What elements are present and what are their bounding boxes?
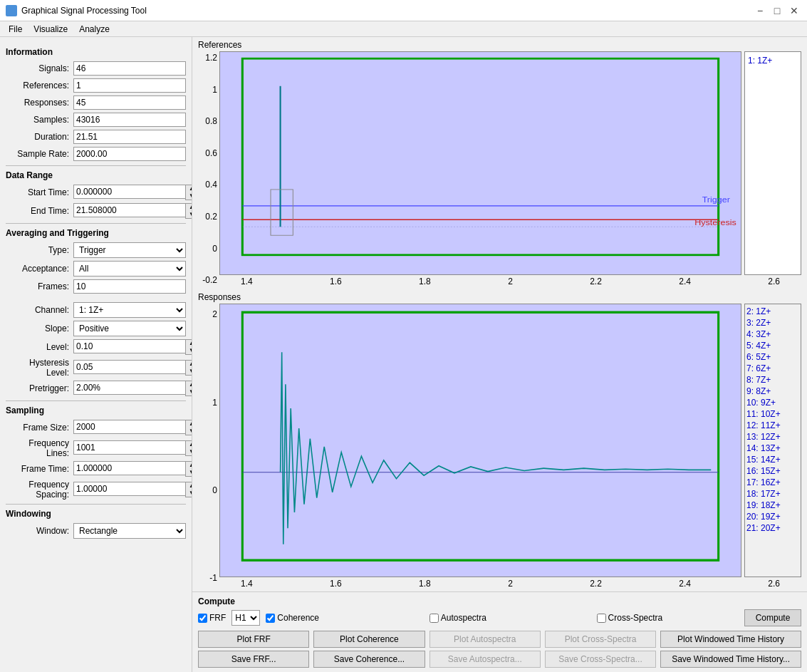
legend-item-18[interactable]: 18: 17Z+: [746, 488, 799, 500]
freq-spacing-arrows: ▲ ▼: [185, 482, 192, 497]
legend-item-21[interactable]: 21: 20Z+: [746, 522, 799, 534]
responses-input[interactable]: [73, 95, 186, 110]
frames-input[interactable]: [73, 279, 186, 294]
save-coherence-button[interactable]: Save Coherence...: [313, 651, 425, 668]
responses-label: Responses:: [6, 98, 73, 108]
pretrigger-arrows: ▲ ▼: [185, 381, 192, 396]
hysteresis-level-up[interactable]: ▲: [186, 361, 192, 368]
frame-time-up[interactable]: ▲: [186, 462, 192, 469]
samples-label: Samples:: [6, 115, 73, 125]
frame-size-up[interactable]: ▲: [186, 420, 192, 428]
acceptance-label: Acceptance:: [6, 264, 73, 274]
freq-spacing-input[interactable]: [73, 482, 185, 496]
legend-item-16[interactable]: 16: 15Z+: [746, 465, 799, 477]
freq-spacing-up[interactable]: ▲: [186, 482, 192, 490]
duration-input[interactable]: [73, 130, 186, 144]
start-time-label: Start Time:: [6, 187, 73, 197]
signals-input[interactable]: [73, 61, 186, 76]
legend-item-9[interactable]: 9: 8Z+: [746, 386, 799, 397]
freq-lines-input[interactable]: [73, 440, 185, 455]
menu-file[interactable]: File: [3, 21, 28, 36]
legend-item-15[interactable]: 15: 14Z+: [746, 454, 799, 465]
hysteresis-level-input[interactable]: [73, 360, 185, 374]
plot-frf-button[interactable]: Plot FRF: [198, 631, 309, 648]
legend-item-13[interactable]: 13: 12Z+: [746, 431, 799, 443]
references-y-axis: 1.2 1 0.8 0.6 0.4 0.2 0 -0.2: [198, 51, 219, 286]
level-up[interactable]: ▲: [186, 340, 192, 347]
menu-analyze[interactable]: Analyze: [73, 21, 115, 36]
frame-size-down[interactable]: ▼: [186, 428, 192, 435]
frf-checkbox[interactable]: [198, 614, 207, 623]
legend-item-10[interactable]: 10: 9Z+: [746, 397, 799, 408]
references-legend: 1: 1Z+: [744, 51, 801, 275]
start-time-up[interactable]: ▲: [186, 185, 192, 192]
legend-item-8[interactable]: 8: 7Z+: [746, 374, 799, 386]
data-range-section-header: Data Range: [6, 170, 186, 180]
right-content: References 1.2 1 0.8 0.6 0.4 0.2 0 -0.2: [192, 37, 807, 672]
references-plot-label: References: [198, 40, 801, 50]
level-down[interactable]: ▼: [186, 347, 192, 354]
pretrigger-up[interactable]: ▲: [186, 381, 192, 388]
legend-item-14[interactable]: 14: 13Z+: [746, 443, 799, 454]
legend-item-4[interactable]: 4: 3Z+: [746, 329, 799, 340]
slope-select[interactable]: Positive: [73, 321, 186, 336]
coherence-checkbox-item: Coherence: [266, 613, 319, 623]
plot-coherence-button[interactable]: Plot Coherence: [313, 631, 425, 648]
channel-select[interactable]: 1: 1Z+: [73, 302, 186, 318]
start-time-input[interactable]: [73, 185, 185, 199]
autospectra-checkbox[interactable]: [429, 614, 439, 623]
legend-item-12[interactable]: 12: 11Z+: [746, 420, 799, 431]
coherence-label: Coherence: [277, 613, 319, 623]
sample-rate-row: Sample Rate:: [6, 147, 186, 161]
legend-item-6[interactable]: 6: 5Z+: [746, 351, 799, 363]
type-row: Type: Trigger: [6, 242, 186, 258]
pretrigger-down[interactable]: ▼: [186, 388, 192, 396]
frame-size-input[interactable]: [73, 420, 185, 434]
references-input[interactable]: [73, 78, 186, 93]
freq-lines-label: Frequency Lines:: [6, 438, 73, 458]
legend-item-19[interactable]: 19: 18Z+: [746, 500, 799, 511]
end-time-down[interactable]: ▼: [186, 211, 192, 218]
freq-lines-down[interactable]: ▼: [186, 448, 192, 455]
type-select[interactable]: Trigger: [73, 242, 186, 258]
legend-item-5[interactable]: 5: 4Z+: [746, 340, 799, 351]
responses-plot-area: [219, 304, 741, 577]
plot-windowed-button[interactable]: Plot Windowed Time History: [660, 631, 801, 648]
frf-label: FRF: [209, 613, 226, 623]
close-button[interactable]: ✕: [787, 4, 801, 18]
menu-visualize[interactable]: Visualize: [28, 21, 73, 36]
window-select[interactable]: Rectangle: [73, 523, 186, 539]
h1-select[interactable]: H1 H2 H3: [231, 610, 260, 626]
end-time-input[interactable]: [73, 203, 185, 217]
legend-item-1z[interactable]: 1: 1Z+: [748, 55, 798, 66]
coherence-checkbox[interactable]: [266, 614, 275, 623]
acceptance-select[interactable]: All: [73, 261, 186, 276]
maximize-button[interactable]: □: [770, 4, 784, 18]
legend-item-2[interactable]: 2: 1Z+: [746, 306, 799, 317]
legend-item-11[interactable]: 11: 10Z+: [746, 408, 799, 420]
frame-time-down[interactable]: ▼: [186, 469, 192, 476]
start-time-down[interactable]: ▼: [186, 192, 192, 200]
hysteresis-level-down[interactable]: ▼: [186, 368, 192, 375]
save-frf-button[interactable]: Save FRF...: [198, 651, 309, 668]
save-windowed-button[interactable]: Save Windowed Time History...: [660, 651, 801, 668]
freq-lines-up[interactable]: ▲: [186, 441, 192, 448]
legend-item-20[interactable]: 20: 19Z+: [746, 511, 799, 522]
legend-item-7[interactable]: 7: 6Z+: [746, 363, 799, 374]
freq-lines-spinner: ▲ ▼: [73, 440, 192, 456]
frame-time-input[interactable]: [73, 461, 185, 475]
sample-rate-input[interactable]: [73, 147, 186, 161]
responses-legend[interactable]: 2: 1Z+ 3: 2Z+ 4: 3Z+ 5: 4Z+ 6: 5Z+ 7: 6Z…: [744, 304, 801, 577]
start-time-row: Start Time: ▲ ▼: [6, 185, 186, 200]
samples-input[interactable]: [73, 113, 186, 127]
end-time-up[interactable]: ▲: [186, 204, 192, 211]
minimize-button[interactable]: −: [753, 4, 767, 18]
freq-spacing-down[interactable]: ▼: [186, 490, 192, 497]
legend-item-17[interactable]: 17: 16Z+: [746, 477, 799, 488]
compute-button[interactable]: Compute: [744, 609, 801, 626]
legend-item-3[interactable]: 3: 2Z+: [746, 317, 799, 329]
pretrigger-input[interactable]: [73, 381, 185, 395]
responses-x-axis: 1.4 1.6 1.8 2 2.2 2.4 2.6: [219, 577, 801, 589]
level-input[interactable]: [73, 339, 185, 353]
cross-spectra-checkbox[interactable]: [597, 614, 606, 623]
